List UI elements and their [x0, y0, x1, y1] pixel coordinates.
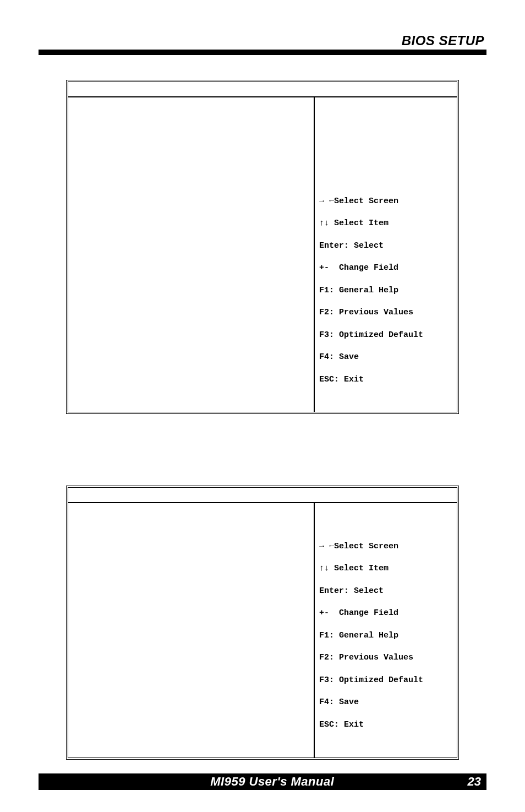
help-line: → ←Select Screen — [319, 196, 452, 207]
bios-box-2-header — [68, 488, 457, 503]
footer-manual-title: MI959 User's Manual — [210, 775, 334, 789]
help-line: F4: Save — [319, 697, 452, 708]
help-line: Enter: Select — [319, 241, 452, 252]
help-line: F1: General Help — [319, 630, 452, 641]
bios-box-1-header — [68, 82, 457, 97]
bios-box-2-help: → ←Select Screen ↑↓ Select Item Enter: S… — [314, 503, 457, 757]
help-line: Enter: Select — [319, 586, 452, 597]
footer-row: MI959 User's Manual 23 — [39, 773, 486, 790]
help-line: +- Change Field — [319, 263, 452, 274]
bios-box-2-left — [68, 503, 314, 757]
help-line: → ←Select Screen — [319, 541, 452, 552]
help-line: F3: Optimized Default — [319, 330, 452, 341]
help-line: ↑↓ Select Item — [319, 218, 452, 229]
bios-box-1: → ←Select Screen ↑↓ Select Item Enter: S… — [66, 80, 459, 414]
help-line: +- Change Field — [319, 608, 452, 619]
help-line: ESC: Exit — [319, 720, 452, 731]
header-title-text: BIOS SETUP — [402, 33, 484, 48]
page-content: → ←Select Screen ↑↓ Select Item Enter: S… — [39, 58, 486, 773]
footer-page-number: 23 — [468, 775, 481, 789]
help-line: F3: Optimized Default — [319, 675, 452, 686]
help-line: F2: Previous Values — [319, 652, 452, 663]
header-thin-bar — [39, 53, 486, 55]
bios-box-1-help: → ←Select Screen ↑↓ Select Item Enter: S… — [314, 97, 457, 412]
spacer — [319, 519, 452, 530]
spacer — [319, 113, 452, 184]
help-line: ESC: Exit — [319, 374, 452, 385]
footer: MI959 User's Manual 23 — [39, 773, 486, 790]
help-line: F1: General Help — [319, 285, 452, 296]
bios-box-2-body: → ←Select Screen ↑↓ Select Item Enter: S… — [68, 503, 457, 757]
help-line: ↑↓ Select Item — [319, 563, 452, 574]
help-line: F4: Save — [319, 352, 452, 363]
header-title: BIOS SETUP — [39, 33, 486, 48]
help-line: F2: Previous Values — [319, 307, 452, 318]
bios-box-1-body: → ←Select Screen ↑↓ Select Item Enter: S… — [68, 97, 457, 412]
bios-box-1-left — [68, 97, 314, 412]
bios-box-2: → ←Select Screen ↑↓ Select Item Enter: S… — [66, 486, 459, 759]
